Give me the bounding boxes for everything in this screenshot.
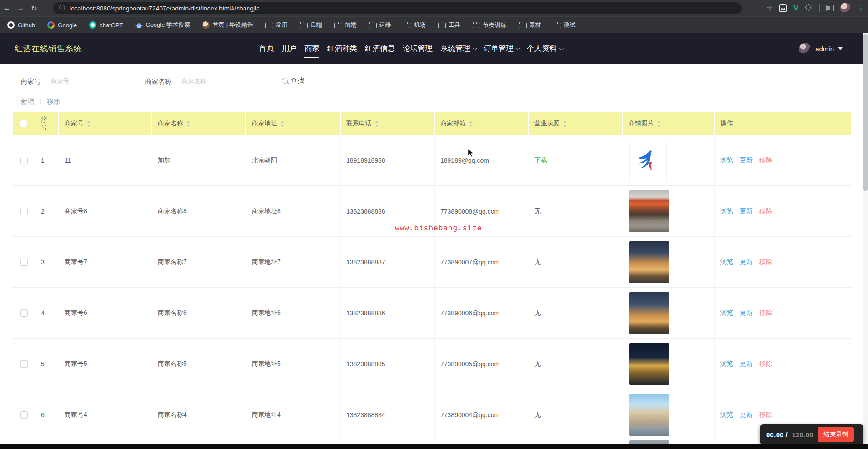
- header-merchant-name[interactable]: 商家名称: [152, 112, 246, 135]
- nav-item-system[interactable]: 系统管理: [440, 41, 476, 56]
- nav-item-home[interactable]: 首页: [259, 41, 274, 56]
- update-link[interactable]: 更新: [740, 156, 753, 165]
- remove-link[interactable]: 移除: [759, 309, 772, 317]
- remove-link[interactable]: 移除: [759, 156, 772, 165]
- view-link[interactable]: 浏览: [720, 258, 733, 266]
- header-contact-phone[interactable]: 联系电话: [341, 112, 435, 135]
- main-menu: 首页 用户 商家 红酒种类 红酒信息 论坛管理 系统管理 订单管理 个人资料: [259, 33, 562, 64]
- update-link[interactable]: 更新: [740, 360, 753, 368]
- v-extension-icon[interactable]: V: [793, 4, 798, 13]
- bookmark-folder-jichang[interactable]: 机场: [404, 21, 426, 29]
- header-merchant-address[interactable]: 商家地址: [246, 112, 341, 135]
- remove-link[interactable]: 移除: [759, 258, 772, 266]
- header-merchant-email[interactable]: 商家邮箱: [435, 112, 529, 135]
- sort-icon[interactable]: [186, 121, 190, 127]
- bookmark-folder-qianduan[interactable]: 前端: [334, 21, 357, 29]
- bookmark-bishe[interactable]: 首页 | 毕设精选: [202, 21, 253, 29]
- add-button[interactable]: 新增: [21, 97, 34, 106]
- bookmark-github[interactable]: Github: [7, 21, 35, 29]
- row-checkbox[interactable]: [20, 157, 28, 164]
- recorder-extension-icon[interactable]: [779, 4, 787, 12]
- cell-merchant-name: 商家名称4: [152, 389, 246, 440]
- nav-item-merchants[interactable]: 商家: [304, 41, 319, 56]
- bookmark-scholar[interactable]: Google 学术搜索: [135, 21, 190, 29]
- nav-item-profile[interactable]: 个人资料: [527, 41, 562, 56]
- bookmark-folder-gongju[interactable]: 工具: [438, 21, 460, 29]
- shop-photo: [629, 241, 669, 283]
- update-link[interactable]: 更新: [740, 309, 753, 317]
- header-shop-photo[interactable]: 商铺照片: [623, 112, 715, 135]
- bookmarks-bar: Github Google chatGPT Google 学术搜索 首页 | 毕…: [0, 16, 868, 33]
- site-info-icon[interactable]: ⓘ: [59, 4, 65, 12]
- remove-button[interactable]: 移除: [47, 97, 60, 106]
- cell-contact-phone: 13823888887: [341, 237, 435, 287]
- row-checkbox[interactable]: [20, 208, 28, 215]
- sort-icon[interactable]: [563, 121, 567, 127]
- bookmark-folder-houduan[interactable]: 后端: [300, 21, 322, 29]
- sidebar-toggle-icon[interactable]: [826, 5, 834, 11]
- bookmark-folder-ceshi[interactable]: 测试: [554, 21, 576, 29]
- license-download-link[interactable]: 下载: [534, 156, 547, 165]
- sort-icon[interactable]: [657, 121, 661, 127]
- page-scrollbar[interactable]: [863, 33, 868, 444]
- sort-icon[interactable]: [280, 121, 284, 127]
- bookmark-folder-yunwei[interactable]: 运维: [369, 21, 391, 29]
- forward-icon[interactable]: →: [14, 4, 27, 13]
- cell-merchant-code: 商家号8: [59, 186, 152, 236]
- view-link[interactable]: 浏览: [720, 309, 733, 317]
- view-link[interactable]: 浏览: [720, 207, 733, 215]
- nav-item-wine-types[interactable]: 红酒种类: [327, 41, 357, 56]
- sort-icon[interactable]: [469, 121, 473, 127]
- select-all-checkbox[interactable]: [20, 120, 27, 127]
- cell-no: 5: [35, 339, 59, 389]
- header-business-license[interactable]: 营业执照: [529, 112, 623, 135]
- update-link[interactable]: 更新: [740, 258, 753, 266]
- merchant-code-input[interactable]: [48, 74, 117, 89]
- back-icon[interactable]: ←: [0, 4, 14, 13]
- cell-merchant-address: 北京朝阳: [246, 135, 341, 185]
- sort-icon[interactable]: [375, 121, 379, 127]
- stop-recording-button[interactable]: 结束录制: [818, 427, 854, 442]
- nav-item-users[interactable]: 用户: [282, 41, 297, 56]
- browser-menu-icon[interactable]: ⋮: [858, 4, 864, 12]
- bookmark-google[interactable]: Google: [47, 21, 77, 29]
- sort-icon[interactable]: [87, 121, 90, 127]
- view-link[interactable]: 浏览: [720, 411, 733, 419]
- view-link[interactable]: 浏览: [720, 156, 733, 165]
- remove-link[interactable]: 移除: [759, 411, 772, 419]
- row-checkbox[interactable]: [20, 309, 28, 317]
- cell-merchant-name: 商家名称5: [152, 339, 246, 389]
- nav-item-forum[interactable]: 论坛管理: [403, 41, 433, 56]
- view-link[interactable]: 浏览: [720, 360, 733, 368]
- shop-photo: [629, 292, 669, 334]
- remove-link[interactable]: 移除: [759, 360, 772, 368]
- bookmark-star-icon[interactable]: ☆: [766, 4, 772, 12]
- remove-link[interactable]: 移除: [759, 207, 772, 215]
- update-link[interactable]: 更新: [740, 411, 753, 419]
- cell-merchant-code: 商家号5: [59, 339, 152, 389]
- nav-item-orders[interactable]: 订单管理: [484, 41, 519, 56]
- extensions-icon[interactable]: [805, 4, 813, 12]
- address-bar[interactable]: ⓘ localhost:8080/springbootau72407e/admi…: [53, 2, 742, 14]
- row-checkbox[interactable]: [20, 259, 28, 266]
- table-row: 6 商家号4 商家名称4 商家地址4 13823888884 773890004…: [13, 389, 851, 440]
- bookmark-folder-changyong[interactable]: 常用: [265, 21, 288, 29]
- cell-merchant-email: 773890006@qq.com: [435, 288, 529, 338]
- search-button[interactable]: 查找: [276, 73, 318, 90]
- nav-item-wine-info[interactable]: 红酒信息: [365, 41, 395, 56]
- browser-profile-avatar[interactable]: [840, 3, 851, 14]
- reload-icon[interactable]: ↻: [27, 4, 41, 13]
- scrollbar-thumb[interactable]: [863, 34, 868, 191]
- app-title: 红酒在线销售系统: [15, 43, 82, 54]
- row-checkbox[interactable]: [20, 360, 28, 368]
- bookmark-chatgpt[interactable]: chatGPT: [89, 21, 123, 29]
- avatar-favicon-icon: [202, 21, 210, 29]
- bookmark-folder-sucai[interactable]: 素材: [519, 21, 541, 29]
- user-menu[interactable]: admin: [799, 33, 843, 64]
- table-actions-bar: 新增 | 移除: [21, 97, 60, 106]
- row-checkbox[interactable]: [20, 411, 28, 419]
- bookmark-folder-jiezou[interactable]: 节奏训练: [473, 21, 507, 29]
- update-link[interactable]: 更新: [740, 207, 753, 215]
- merchant-name-input[interactable]: [179, 74, 248, 89]
- header-merchant-code[interactable]: 商家号: [59, 112, 152, 135]
